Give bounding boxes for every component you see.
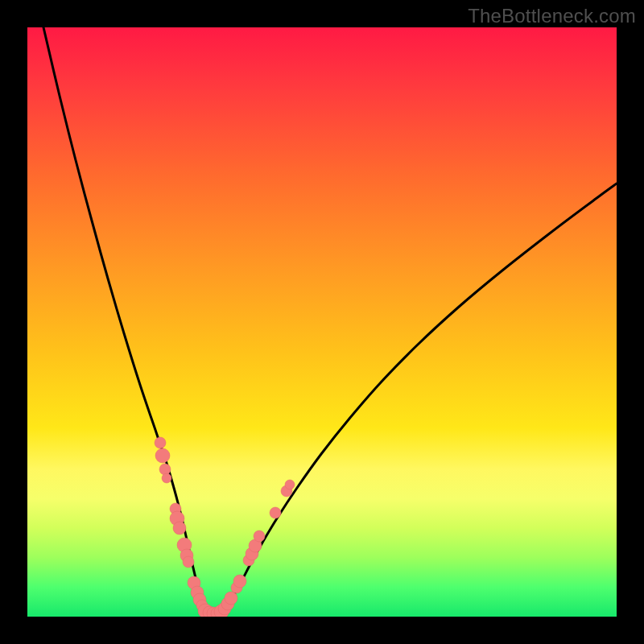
data-point [249, 539, 262, 552]
data-point [170, 503, 181, 514]
data-point [285, 480, 295, 489]
data-point [180, 549, 193, 562]
data-point [198, 604, 213, 617]
data-point [218, 602, 231, 615]
data-point [173, 522, 186, 535]
watermark-text: TheBottleneck.com [468, 5, 636, 27]
data-point [191, 586, 204, 599]
data-point [155, 437, 166, 448]
plot-area [27, 27, 617, 617]
data-point [155, 448, 170, 463]
series-valley-floor [206, 612, 222, 613]
series-right-branch [222, 184, 617, 612]
marker-group [155, 437, 295, 617]
data-point [281, 485, 292, 497]
data-point [243, 555, 254, 566]
data-point [188, 576, 200, 589]
data-point [246, 547, 258, 560]
data-point [211, 607, 224, 617]
data-point [177, 538, 192, 552]
data-point [183, 556, 194, 568]
data-point [207, 607, 220, 617]
data-point [233, 575, 246, 588]
chart-frame: TheBottleneck.com [0, 0, 644, 644]
data-point [221, 597, 234, 610]
data-point [193, 593, 206, 606]
data-point [159, 464, 171, 475]
data-point [214, 605, 229, 617]
data-point [231, 582, 242, 593]
chart-svg [27, 27, 617, 617]
data-point [225, 592, 237, 605]
series-left-branch [43, 27, 206, 612]
data-point [162, 473, 171, 483]
data-point [270, 507, 281, 518]
data-point [170, 511, 184, 526]
data-point [254, 530, 265, 542]
curve-group [43, 27, 617, 613]
data-point [196, 600, 208, 611]
data-point [203, 606, 216, 617]
